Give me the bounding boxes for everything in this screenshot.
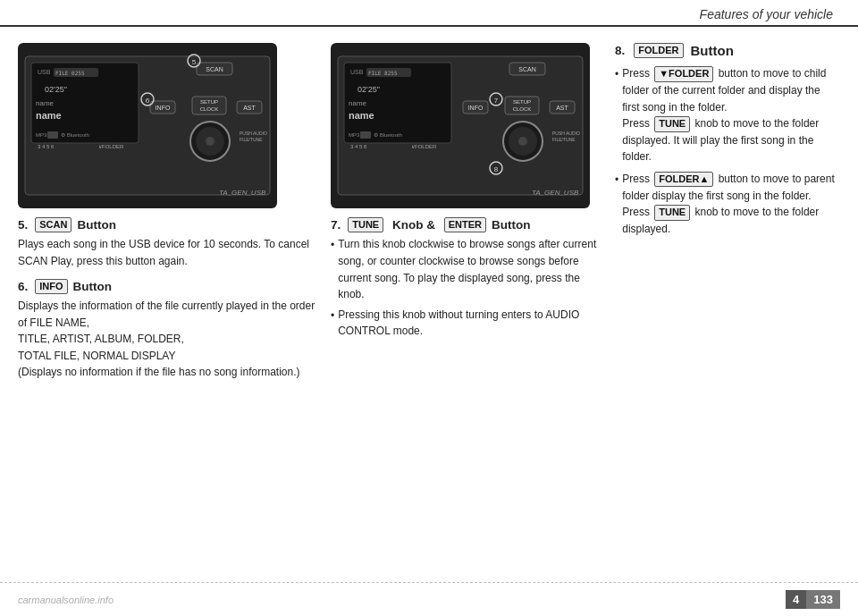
svg-text:SCAN: SCAN [518, 66, 535, 72]
page-num-left: 4 [786, 590, 806, 609]
svg-text:6: 6 [146, 97, 150, 105]
folder-up-button: FOLDER▲ [654, 172, 713, 187]
scan-button-label: SCAN [35, 217, 72, 232]
device-svg-right: USB FILE 8255 02'25" name name MP3 ⚙ Blu… [331, 43, 590, 208]
folder-button-label: FOLDER [634, 43, 683, 58]
page-footer: carmanualsonline.info 4 133 [0, 582, 858, 616]
svg-text:name: name [36, 99, 55, 107]
section6-heading: 6. INFO Button [18, 279, 322, 294]
section7-heading: 7. TUNE Knob & ENTER Button [331, 217, 599, 232]
svg-text:7: 7 [494, 97, 499, 105]
svg-text:5: 5 [192, 58, 197, 66]
svg-text:02'25": 02'25" [358, 85, 380, 94]
main-content: USB FILE 0255 02'25" name name MP3 ⚙ Blu… [0, 27, 858, 390]
page-number: 4 133 [786, 590, 840, 609]
svg-text:CLOCK: CLOCK [200, 106, 219, 112]
section7-body: • Turn this knob clockwise to browse son… [331, 236, 599, 340]
svg-text:TA_GEN_USB: TA_GEN_USB [219, 189, 266, 197]
svg-text:3  4  5  6: 3 4 5 6 [38, 144, 55, 149]
svg-text:name: name [349, 110, 374, 121]
tune-knob-button-1: TUNE [654, 116, 690, 131]
svg-text:FILE 8255: FILE 8255 [368, 70, 398, 76]
left-column: USB FILE 0255 02'25" name name MP3 ⚙ Blu… [18, 43, 322, 381]
svg-text:AST: AST [243, 105, 256, 111]
section8-bullet1: • Press ▼FOLDER button to move to child … [615, 65, 840, 165]
section8-heading: 8. FOLDER Button [615, 43, 840, 58]
section8-bullet2: • Press FOLDER▲ button to move to parent… [615, 171, 840, 237]
tune-button-label: TUNE [348, 217, 383, 232]
right-column: 8. FOLDER Button • Press ▼FOLDER button … [608, 43, 840, 381]
svg-rect-10 [47, 131, 58, 139]
section5-heading: 5. SCAN Button [18, 217, 322, 232]
section7-bullet1: • Turn this knob clockwise to browse son… [331, 236, 599, 302]
svg-text:USB: USB [38, 69, 51, 75]
folder-down-button: ▼FOLDER [654, 66, 713, 81]
section6-body: Displays the information of the file cur… [18, 298, 322, 381]
svg-text:⚙ Bluetooth: ⚙ Bluetooth [374, 132, 402, 138]
device-svg-left: USB FILE 0255 02'25" name name MP3 ⚙ Blu… [18, 43, 277, 208]
section7-bullet2: • Pressing this knob without turning ent… [331, 307, 599, 340]
svg-text:USB: USB [350, 69, 364, 75]
svg-text:TA_GEN_USB: TA_GEN_USB [532, 189, 579, 197]
watermark: carmanualsonline.info [18, 595, 114, 605]
svg-point-60 [518, 137, 527, 146]
svg-text:name: name [36, 110, 62, 121]
section8-body: • Press ▼FOLDER button to move to child … [615, 65, 840, 237]
svg-text:name: name [349, 99, 367, 107]
page-header: Features of your vehicle [0, 0, 858, 27]
svg-text:INFO: INFO [156, 105, 171, 111]
enter-button-label: ENTER [444, 217, 486, 232]
info-button-label: INFO [35, 279, 67, 294]
svg-text:AST: AST [556, 105, 568, 111]
svg-text:∨FOLDER: ∨FOLDER [98, 144, 124, 149]
svg-text:SETUP: SETUP [200, 99, 218, 105]
section5-body: Plays each song in the USB device for 10… [18, 236, 322, 269]
tune-knob-button-2: TUNE [654, 205, 690, 220]
svg-rect-43 [360, 131, 371, 139]
svg-text:SETUP: SETUP [513, 99, 531, 105]
device-image-left: USB FILE 0255 02'25" name name MP3 ⚙ Blu… [18, 43, 277, 208]
svg-text:FILE/TUNE: FILE/TUNE [240, 137, 263, 142]
svg-text:∨FOLDER: ∨FOLDER [411, 144, 437, 149]
svg-text:SCAN: SCAN [206, 66, 223, 72]
svg-text:MP3: MP3 [349, 132, 360, 138]
svg-text:FILE/TUNE: FILE/TUNE [552, 137, 576, 142]
svg-text:MP3: MP3 [36, 132, 47, 138]
svg-text:3  4  5  6: 3 4 5 6 [350, 144, 367, 149]
page-title: Features of your vehicle [700, 7, 833, 21]
svg-text:02'25": 02'25" [45, 85, 67, 94]
page-num-right: 133 [806, 590, 840, 609]
middle-column: USB FILE 8255 02'25" name name MP3 ⚙ Blu… [331, 43, 599, 381]
svg-text:⚙ Bluetooth: ⚙ Bluetooth [61, 132, 89, 138]
svg-text:CLOCK: CLOCK [513, 106, 532, 112]
svg-text:8: 8 [494, 165, 499, 173]
svg-point-29 [206, 137, 214, 146]
svg-text:PUSH AUDIO: PUSH AUDIO [240, 131, 267, 136]
svg-text:FILE 0255: FILE 0255 [55, 70, 85, 76]
svg-text:PUSH AUDIO: PUSH AUDIO [552, 131, 580, 136]
device-image-right: USB FILE 8255 02'25" name name MP3 ⚙ Blu… [331, 43, 590, 208]
svg-text:INFO: INFO [468, 105, 484, 111]
